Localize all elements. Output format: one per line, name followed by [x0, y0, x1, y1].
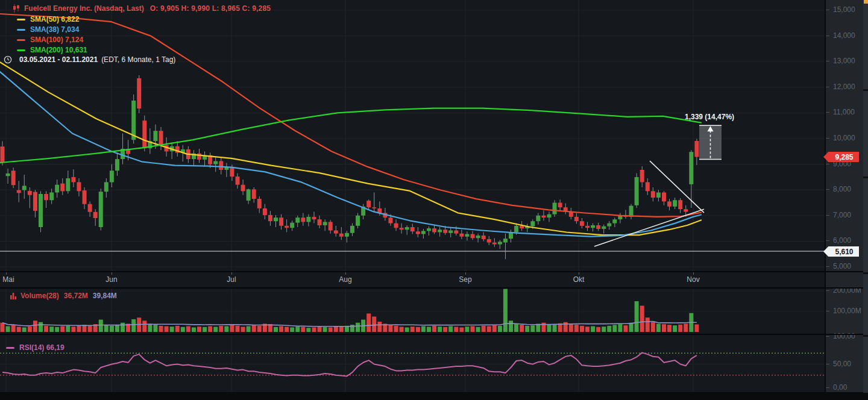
rsi-axis-label: 50,00: [833, 360, 851, 368]
scrollbar-gap: [863, 89, 868, 91]
volume-legend-row[interactable]: Volume(28) 36,72M 39,84M: [10, 291, 117, 301]
sma38-label: SMA(38): [30, 25, 59, 34]
price-axis-label: 13,000: [833, 57, 855, 65]
price-axis-label: 11,000: [833, 108, 855, 116]
SMA(38)-line: [0, 72, 701, 237]
price-axis-label: 7,000: [833, 211, 851, 219]
date-range-row[interactable]: 03.05.2021 - 02.11.2021 (EDT, 6 Monate, …: [4, 55, 175, 64]
sma100-label: SMA(100): [30, 35, 63, 45]
rsi-swatch-icon: [6, 347, 14, 349]
sma200-swatch-icon: [17, 49, 25, 51]
sma200-value: 10,631: [65, 45, 87, 55]
volume-last-value: 36,72M: [64, 291, 88, 301]
volume-label: Volume(28): [20, 291, 59, 301]
date-range: 03.05.2021 - 02.11.2021: [19, 55, 98, 64]
month-axis-label: Jul: [227, 275, 236, 284]
month-axis-label: Okt: [573, 275, 585, 284]
clock-icon: [4, 55, 12, 64]
last-price-tag: 9,285: [823, 152, 859, 162]
SMA(200)-line: [0, 108, 701, 163]
axis-tick: [826, 10, 829, 10]
sma50-label: SMA(50): [30, 14, 59, 24]
month-axis-label: Nov: [687, 275, 699, 284]
volume-axis-label: 100,00M: [833, 307, 861, 315]
sma38-value: 7,034: [61, 25, 79, 34]
instrument-title-row[interactable]: Fuelcell Energy Inc. (Nasdaq, Last) O: 9…: [12, 4, 271, 13]
scrollbar-gap: [863, 335, 868, 337]
sma100-swatch-icon: [17, 39, 25, 41]
instrument-name: Fuelcell Energy Inc. (Nasdaq, Last): [24, 4, 144, 13]
axis-tick: [826, 215, 829, 216]
volume-bars-icon: [10, 292, 17, 299]
axis-tick: [826, 87, 829, 87]
panel-separator: [0, 334, 868, 335]
bottom-strip: [0, 393, 868, 400]
price-axis-label: 14,000: [833, 31, 855, 40]
axis-tick: [826, 336, 829, 337]
measure-tool: [699, 125, 722, 159]
axis-tick: [826, 61, 829, 61]
axis-tick: [826, 112, 829, 113]
ohlc-values: O: 9,905 H: 9,990 L: 8,965 C: 9,285: [150, 4, 271, 13]
rsi-axis-label: 0,00: [833, 383, 847, 392]
axis-tick: [826, 387, 829, 388]
sma50-swatch-icon: [17, 19, 25, 20]
sma50-value: 6,822: [61, 14, 79, 24]
axis-tick: [826, 311, 829, 311]
price-axis-label: 6,000: [833, 236, 851, 245]
axis-tick: [826, 266, 829, 267]
axis-tick: [826, 240, 829, 241]
axis-tick: [826, 290, 829, 291]
indicator-legend-sma38[interactable]: SMA(38) 7,034: [17, 25, 79, 34]
volume-ma-value: 39,84M: [93, 291, 117, 301]
price-axis-label: 5,000: [833, 262, 851, 270]
rsi-label: RSI(14): [19, 343, 44, 352]
rsi-value: 66,19: [46, 343, 64, 352]
sma200-label: SMA(200): [30, 45, 63, 55]
scrollbar-gap: [863, 272, 868, 274]
date-range-detail: (EDT, 6 Monate, 1 Tag): [101, 55, 175, 64]
price-axis-label: 15,000: [833, 5, 855, 14]
panel-separator: [0, 271, 868, 272]
axis-tick: [826, 189, 829, 190]
sma38-swatch-icon: [17, 29, 25, 31]
trading-chart-window: 15,00014,00013,00012,00011,00010,0009,00…: [0, 0, 868, 400]
axis-tick: [826, 364, 829, 364]
indicator-legend-sma50[interactable]: SMA(50) 6,822: [17, 14, 79, 24]
axis-tick: [826, 164, 829, 164]
price-axis-label: 12,000: [833, 83, 855, 91]
month-axis-label: Aug: [339, 275, 351, 284]
indicator-legend-sma100[interactable]: SMA(100) 7,124: [17, 35, 83, 45]
candles-layer: [1, 75, 699, 259]
scrollbar-gap: [863, 177, 868, 178]
month-axis-label: Mai: [2, 275, 14, 284]
indicator-legend-sma200[interactable]: SMA(200) 10,631: [17, 45, 87, 55]
price-axis-label: 8,000: [833, 185, 851, 193]
sma100-value: 7,124: [65, 35, 83, 45]
price-axis-label: 10,000: [833, 134, 855, 142]
candlestick-icon: [12, 4, 20, 13]
axis-tick: [826, 138, 829, 139]
support-price-tag[interactable]: 5,610: [823, 246, 859, 257]
axis-tick: [826, 36, 829, 36]
month-axis-label: Jun: [105, 275, 117, 284]
month-axis-label: Sep: [459, 275, 471, 284]
measure-annotation-label[interactable]: 1,339 (14,47%): [685, 113, 734, 121]
rsi-legend-row[interactable]: RSI(14) 66,19: [6, 343, 64, 352]
scrollbar[interactable]: [863, 0, 868, 393]
panel-separator: [0, 287, 868, 289]
scrollbar-accent-icon: [864, 0, 868, 4]
